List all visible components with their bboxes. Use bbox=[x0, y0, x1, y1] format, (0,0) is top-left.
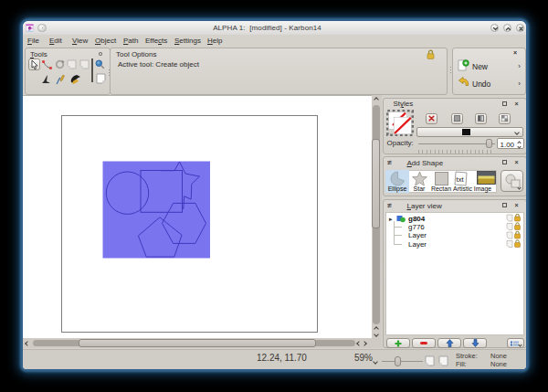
svg-text:txt: txt bbox=[456, 175, 464, 183]
